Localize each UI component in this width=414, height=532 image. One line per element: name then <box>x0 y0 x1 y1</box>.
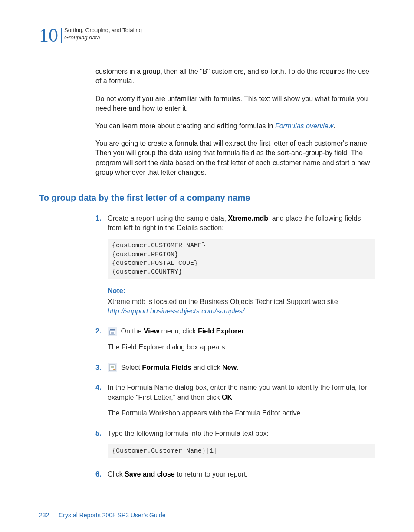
intro-paragraph: Do not worry if you are unfamiliar with … <box>95 94 375 114</box>
step-text: In the Formula Name dialog box, enter th… <box>108 383 375 402</box>
text: Select <box>119 364 142 371</box>
text: . <box>244 327 246 335</box>
svg-rect-0 <box>110 329 115 330</box>
intro-paragraph: You can learn more about creating and ed… <box>95 121 375 131</box>
page-number: 232 <box>39 512 49 519</box>
text: and click <box>191 364 222 371</box>
steps-list: 1. Create a report using the sample data… <box>95 214 375 486</box>
step-text: Select Formula Fields and click New. <box>108 363 375 373</box>
svg-point-8 <box>113 369 115 370</box>
doc-title: Crystal Reports 2008 SP3 User's Guide <box>59 512 165 519</box>
bold-text: Formula Fields <box>142 364 191 371</box>
support-url-link[interactable]: http://support.businessobjects.com/sampl… <box>108 307 244 315</box>
bold-text: OK <box>222 394 232 401</box>
step-2: 2. On the View menu, click Field Explore… <box>95 326 375 358</box>
header-subtitle: Grouping data <box>64 34 142 42</box>
step-3: 3. Select Formula Fields and click New. <box>95 363 375 379</box>
code-block: {customer.CUSTOMER NAME} {customer.REGIO… <box>108 239 375 279</box>
section-heading: To group data by the first letter of a c… <box>39 193 375 203</box>
code-block: {Customer.Customer Name}[1] <box>108 444 375 458</box>
text: to return to your report. <box>175 470 248 478</box>
note-label: Note: <box>108 286 375 296</box>
formulas-overview-link[interactable]: Formulas overview <box>275 122 333 130</box>
bold-text: Field Explorer <box>198 327 244 335</box>
page-header: 10 Sorting, Grouping, and Totaling Group… <box>39 26 375 45</box>
text: . <box>333 122 335 130</box>
step-number: 3. <box>95 363 108 379</box>
chapter-number: 10 <box>39 26 60 45</box>
text: . <box>232 394 234 401</box>
text: menu, click <box>159 327 198 335</box>
step-number: 6. <box>95 470 108 485</box>
step-1: 1. Create a report using the sample data… <box>95 214 375 323</box>
step-5: 5. Type the following formula into the F… <box>95 429 375 466</box>
field-explorer-icon <box>108 327 117 336</box>
step-text: Type the following formula into the Form… <box>108 429 375 438</box>
intro-paragraph: customers in a group, then all the "B" c… <box>95 67 375 86</box>
svg-rect-1 <box>110 331 115 335</box>
step-number: 1. <box>95 214 108 323</box>
step-text: On the View menu, click Field Explorer. <box>108 326 375 336</box>
step-followup: The Formula Workshop appears with the Fo… <box>108 408 375 418</box>
intro-content: customers in a group, then all the "B" c… <box>95 67 375 178</box>
step-6: 6. Click Save and close to return to you… <box>95 470 375 485</box>
step-number: 4. <box>95 383 108 424</box>
formula-fields-icon <box>108 363 117 372</box>
bold-text: View <box>144 327 159 335</box>
step-text: Create a report using the sample data, X… <box>108 214 375 233</box>
text: You can learn more about creating and ed… <box>95 122 275 130</box>
text: Create a report using the sample data, <box>108 215 228 222</box>
text: On the <box>119 327 144 335</box>
bold-text: Xtreme.mdb <box>228 215 268 222</box>
step-followup: The Field Explorer dialog box appears. <box>108 343 375 352</box>
step-number: 2. <box>95 326 108 358</box>
bold-text: Save and close <box>125 470 175 478</box>
note-text: Xtreme.mdb is located on the Business Ob… <box>108 297 375 317</box>
step-4: 4. In the Formula Name dialog box, enter… <box>95 383 375 424</box>
step-text: Click Save and close to return to your r… <box>108 470 375 479</box>
header-divider <box>61 28 62 43</box>
page-footer: 232 Crystal Reports 2008 SP3 User's Guid… <box>39 512 375 519</box>
intro-paragraph: You are going to create a formula that w… <box>95 139 375 178</box>
text: . <box>237 364 238 371</box>
header-text: Sorting, Grouping, and Totaling Grouping… <box>64 26 142 42</box>
step-number: 5. <box>95 429 108 466</box>
text: Xtreme.mdb is located on the Business Ob… <box>108 298 338 305</box>
text: . <box>244 307 246 315</box>
text: Click <box>108 470 125 478</box>
header-title: Sorting, Grouping, and Totaling <box>64 27 142 34</box>
text: In the Formula Name dialog box, enter th… <box>108 384 367 401</box>
bold-text: New <box>222 364 237 371</box>
